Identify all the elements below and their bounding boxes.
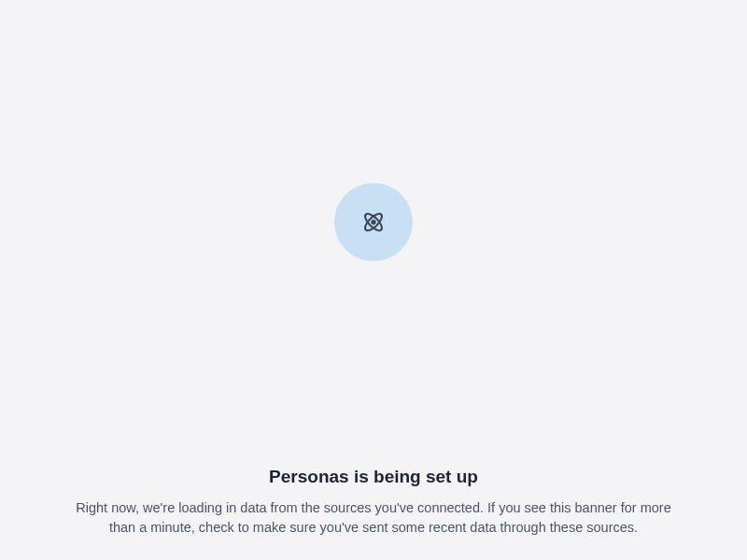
svg-point-2	[372, 220, 374, 223]
setup-heading: Personas is being set up	[75, 467, 672, 487]
setup-body: Right now, we're loading in data from th…	[75, 498, 672, 538]
icon-circle	[334, 183, 413, 261]
setup-message: Personas is being set up Right now, we'r…	[75, 467, 672, 538]
atom-icon	[360, 209, 387, 235]
